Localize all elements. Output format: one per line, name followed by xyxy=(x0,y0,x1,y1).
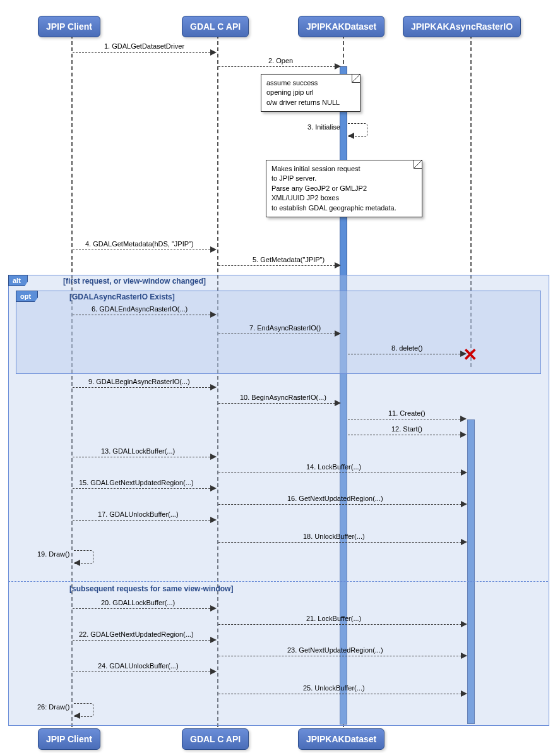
msg-10-arrow xyxy=(218,403,335,404)
msg-16-arrow xyxy=(218,504,462,505)
msg-5-arrow xyxy=(218,265,335,266)
msg-21-arrow xyxy=(218,624,462,625)
msg-8-label: 8. delete() xyxy=(391,344,423,352)
msg-18-label: 18. UnlockBuffer(...) xyxy=(303,533,365,540)
msg-22-head xyxy=(210,637,217,643)
msg-23-label: 23. GetNextUpdatedRegion(...) xyxy=(287,646,383,654)
note-line: to JPIP server. xyxy=(271,174,417,183)
msg-24-label: 24. GDALUnlockBuffer(...) xyxy=(98,662,179,670)
msg-2-head xyxy=(335,63,341,69)
msg-14-head xyxy=(461,469,467,476)
msg-4-head xyxy=(210,246,217,253)
msg-11-arrow xyxy=(348,419,460,419)
note-line: XML/UUID JP2 boxes xyxy=(271,193,417,203)
msg-4-label: 4. GDALGetMetadata(hDS, "JPIP") xyxy=(85,240,194,248)
frame-opt-guard: [GDALAsyncRasterIO Exists] xyxy=(69,292,175,301)
msg-9-arrow xyxy=(73,387,210,388)
msg-7-head xyxy=(335,330,341,337)
msg-12-label: 12. Start() xyxy=(391,425,422,433)
msg-1-label: 1. GDALGetDatasetDriver xyxy=(104,42,184,50)
msg-24-arrow xyxy=(73,672,210,672)
msg-12-arrow xyxy=(348,435,460,435)
msg-17-arrow xyxy=(73,520,210,521)
note-line: o/w driver returns NULL xyxy=(266,98,355,107)
destroy-icon: ✕ xyxy=(463,346,477,364)
msg-10-label: 10. BeginAsyncRasterIO(...) xyxy=(240,394,326,401)
msg-9-head xyxy=(210,384,217,390)
alt-divider xyxy=(8,581,548,582)
msg-13-head xyxy=(210,454,217,460)
msg-22-label: 22. GDALGetNextUpdatedRegion(...) xyxy=(79,630,194,638)
actor-async-top: JPIPKAKAsyncRasterIO xyxy=(403,16,521,37)
msg-26-label: 26: Draw() xyxy=(37,703,69,711)
msg-20-arrow xyxy=(73,608,210,609)
actor-api-bottom: GDAL C API xyxy=(182,728,249,750)
msg-15-label: 15. GDALGetNextUpdatedRegion(...) xyxy=(79,479,194,486)
msg-25-arrow xyxy=(218,694,462,694)
msg-21-label: 21. LockBuffer(...) xyxy=(306,615,361,622)
msg-7-label: 7. EndAsyncRasterIO() xyxy=(249,324,321,332)
msg-11-head xyxy=(460,416,467,422)
msg-6-head xyxy=(210,311,217,318)
note-line: to establish GDAL geographic metadata. xyxy=(271,203,417,213)
msg-1-head xyxy=(210,49,217,56)
sequence-diagram: JPIP Client GDAL C API JPIPKAKDataset JP… xyxy=(3,3,552,750)
msg-6-label: 6. GDALEndAsyncRasterIO(...) xyxy=(92,305,188,313)
msg-5-label: 5. GetMetadata("JPIP") xyxy=(253,256,325,263)
msg-13-arrow xyxy=(73,457,210,457)
msg-9-label: 9. GDALBeginAsyncRasterIO(...) xyxy=(88,378,190,385)
note-line: Parse any GeoJP2 or GMLJP2 xyxy=(271,184,417,193)
msg-4-arrow xyxy=(73,250,210,250)
actor-client-bottom: JPIP Client xyxy=(38,728,100,750)
actor-dataset-top: JPIPKAKDataset xyxy=(298,16,384,37)
msg-15-head xyxy=(210,485,217,491)
msg-17-label: 17. GDALUnlockBuffer(...) xyxy=(98,510,179,518)
msg-23-arrow xyxy=(218,656,462,656)
msg-15-arrow xyxy=(73,488,210,489)
msg-14-label: 14. LockBuffer(...) xyxy=(306,463,361,471)
msg-20-head xyxy=(210,605,217,611)
msg-13-label: 13. GDALLockBuffer(...) xyxy=(101,447,175,455)
msg-18-arrow xyxy=(218,542,462,543)
frame-alt-guard: [first request, or view-window changed] xyxy=(63,277,206,286)
msg-18-head xyxy=(461,539,467,545)
msg-21-head xyxy=(461,621,467,627)
msg-11-label: 11. Create() xyxy=(388,409,426,417)
msg-26-head xyxy=(74,713,80,719)
msg-6-arrow xyxy=(73,315,210,315)
note-open-success: assume success opening jpip url o/w driv… xyxy=(261,74,360,112)
msg-8-arrow xyxy=(348,354,460,354)
msg-10-head xyxy=(335,400,341,406)
msg-5-head xyxy=(335,262,341,268)
msg-25-head xyxy=(461,690,467,697)
msg-12-head xyxy=(460,431,467,438)
note-line: opening jpip url xyxy=(266,88,355,97)
frame-else-guard: [subsequent requests for same view-windo… xyxy=(69,584,233,593)
msg-14-arrow xyxy=(218,473,462,473)
note-line: Makes initial session request xyxy=(271,164,417,174)
msg-20-label: 20. GDALLockBuffer(...) xyxy=(101,599,175,606)
actor-dataset-bottom: JPIPKAKDataset xyxy=(298,728,384,750)
msg-3-label: 3. Initialise xyxy=(307,123,340,131)
msg-19-label: 19. Draw() xyxy=(37,550,69,558)
msg-23-head xyxy=(461,653,467,659)
msg-1-arrow xyxy=(73,52,210,53)
msg-2-label: 2. Open xyxy=(268,57,293,64)
msg-17-head xyxy=(210,517,217,523)
msg-19-head xyxy=(74,560,80,566)
msg-24-head xyxy=(210,668,217,675)
actor-client-top: JPIP Client xyxy=(38,16,100,37)
msg-2-arrow xyxy=(218,66,335,67)
msg-16-head xyxy=(461,501,467,507)
msg-3-head xyxy=(348,133,354,139)
frame-alt-label: alt xyxy=(8,275,28,286)
note-line: assume success xyxy=(266,78,355,88)
frame-opt-label: opt xyxy=(16,291,38,302)
msg-22-arrow xyxy=(73,640,210,641)
msg-7-arrow xyxy=(218,334,335,334)
actor-api-top: GDAL C API xyxy=(182,16,249,37)
note-initialise: Makes initial session request to JPIP se… xyxy=(266,160,422,217)
msg-25-label: 25. UnlockBuffer(...) xyxy=(303,684,365,692)
msg-16-label: 16. GetNextUpdatedRegion(...) xyxy=(287,495,383,502)
